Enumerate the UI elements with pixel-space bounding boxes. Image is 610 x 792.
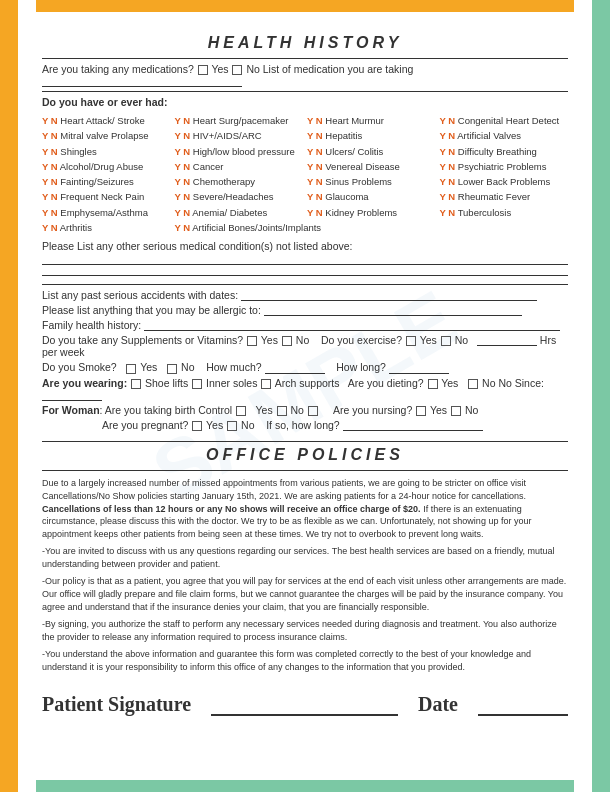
conditions-section: Y N Heart Attack/ Stroke Y N Heart Surg/… [42, 114, 568, 235]
policies-divider-top [42, 441, 568, 442]
inner-soles-checkbox[interactable] [192, 379, 202, 389]
no-pregnant-checkbox[interactable] [227, 421, 237, 431]
bottom-accent-bar [36, 780, 574, 792]
cond-headaches: Y N Severe/Headaches [175, 190, 304, 204]
policies-divider-bottom [42, 470, 568, 471]
cond-neck-pain: Y N Frequent Neck Pain [42, 190, 171, 204]
allergies-row: Please list anything that you may be all… [42, 304, 568, 316]
accidents-row: List any past serious accidents with dat… [42, 289, 568, 301]
pregnant-row: Are you pregnant? Yes No If so, how long… [42, 419, 568, 431]
family-history-field[interactable] [144, 319, 560, 331]
section-title-health: HEALTH HISTORY [42, 34, 568, 52]
cond-anemia: Y N Anemia/ Diabetes [175, 206, 304, 220]
have-had-header: Do you have or ever had: [42, 96, 568, 108]
cond-ulcers: Y N Ulcers/ Colitis [307, 145, 436, 159]
birth-control-checkbox[interactable] [236, 406, 246, 416]
cond-hiv: Y N HIV+/AIDS/ARC [175, 129, 304, 143]
cond-artificial-valves: Y N Artificial Valves [440, 129, 569, 143]
cond-emphysema: Y N Emphysema/Asthma [42, 206, 171, 220]
cond-tuberculosis: Y N Tuberculosis [440, 206, 569, 220]
office-policies-section: OFFICE POLICIES Due to a largely increas… [42, 441, 568, 673]
no-checkbox-supp[interactable] [282, 336, 292, 346]
title-divider [42, 58, 568, 59]
cond-heart-surg: Y N Heart Surg/pacemaker [175, 114, 304, 128]
yes-checkbox-exercise[interactable] [406, 336, 416, 346]
pregnant-how-long-field[interactable] [343, 419, 483, 431]
cond-arthritis: Y N Arthritis [42, 221, 171, 235]
left-accent-bar [0, 0, 18, 792]
no-checkbox-exercise[interactable] [441, 336, 451, 346]
cond-chemo: Y N Chemotherapy [175, 175, 304, 189]
supplements-row: Do you take any Supplements or Vitamins?… [42, 334, 568, 358]
yes-bc-checkbox[interactable] [277, 406, 287, 416]
yes-checkbox-smoke[interactable] [126, 364, 136, 374]
conditions-grid: Y N Heart Attack/ Stroke Y N Heart Surg/… [42, 114, 568, 235]
allergies-field[interactable] [264, 304, 522, 316]
no-checkbox-med[interactable] [232, 65, 242, 75]
cond-heart-attack: Y N Heart Attack/ Stroke [42, 114, 171, 128]
signature-line[interactable] [211, 690, 398, 716]
cond-highlow-bp: Y N High/low blood pressure [175, 145, 304, 159]
office-para3: -Our policy is that as a patient, you ag… [42, 575, 568, 613]
how-much-field[interactable] [265, 362, 325, 374]
cond-psychiatric: Y N Psychiatric Problems [440, 160, 569, 174]
cond-sinus: Y N Sinus Problems [307, 175, 436, 189]
other-conditions-line1[interactable] [42, 264, 568, 265]
arch-checkbox[interactable] [261, 379, 271, 389]
cond-hepatitis: Y N Hepatitis [307, 129, 436, 143]
med-list-field[interactable] [42, 75, 242, 87]
cond-mitral: Y N Mitral valve Prolapse [42, 129, 171, 143]
office-para4: -By signing, you authorize the staff to … [42, 618, 568, 643]
cond-cancer: Y N Cancer [175, 160, 304, 174]
other-conditions-row: Please List any other serious medical co… [42, 240, 568, 276]
cond-shingles: Y N Shingles [42, 145, 171, 159]
yes-pregnant-checkbox[interactable] [192, 421, 202, 431]
patient-signature-label: Patient Signature [42, 693, 191, 716]
cond-heart-murmur: Y N Heart Murmur [307, 114, 436, 128]
cond-alcohol: Y N Alcohol/Drug Abuse [42, 160, 171, 174]
medications-row: Are you taking any medications? Yes No L… [42, 63, 568, 87]
office-para5: -You understand the above information an… [42, 648, 568, 673]
no-checkbox-diet[interactable] [468, 379, 478, 389]
office-para2: -You are invited to discuss with us any … [42, 545, 568, 570]
cond-fainting: Y N Fainting/Seizures [42, 175, 171, 189]
cond-kidney: Y N Kidney Problems [307, 206, 436, 220]
office-para1: Due to a largely increased number of mis… [42, 477, 568, 540]
smoke-row: Do you Smoke? Yes No How much? How long? [42, 361, 568, 373]
shoe-lifts-checkbox[interactable] [131, 379, 141, 389]
top-accent-bar [36, 0, 574, 12]
yes-checkbox-diet[interactable] [428, 379, 438, 389]
conditions-divider [42, 284, 568, 285]
cond-lower-back: Y N Lower Back Problems [440, 175, 569, 189]
cond-congenital: Y N Congenital Heart Detect [440, 114, 569, 128]
no-checkbox-smoke[interactable] [167, 364, 177, 374]
date-label: Date [418, 693, 458, 716]
woman-row: For Woman: Are you taking birth Control … [42, 404, 568, 416]
right-accent-bar [592, 0, 610, 792]
since-field[interactable] [42, 389, 102, 401]
yes-checkbox-med[interactable] [198, 65, 208, 75]
other-conditions-line2[interactable] [42, 275, 568, 276]
wearing-row: Are you wearing: Shoe lifts Inner soles … [42, 377, 568, 401]
signature-section: Patient Signature Date [42, 690, 568, 716]
yes-nursing-checkbox[interactable] [416, 406, 426, 416]
cond-difficulty-breathing: Y N Difficulty Breathing [440, 145, 569, 159]
yes-checkbox-supp[interactable] [247, 336, 257, 346]
how-long-field[interactable] [389, 362, 449, 374]
cond-glaucoma: Y N Glaucoma [307, 190, 436, 204]
med-divider [42, 91, 568, 92]
family-history-row: Family health history: [42, 319, 568, 331]
office-policies-title: OFFICE POLICIES [42, 446, 568, 464]
cond-rheumatic: Y N Rheumatic Fever [440, 190, 569, 204]
accidents-field[interactable] [241, 289, 537, 301]
date-line[interactable] [478, 690, 568, 716]
hrs-field[interactable] [477, 334, 537, 346]
cond-artificial-bones: Y N Artificial Bones/Joints/Implants [175, 221, 569, 235]
no-nursing-checkbox[interactable] [451, 406, 461, 416]
no-bc-checkbox[interactable] [308, 406, 318, 416]
cond-venereal: Y N Venereal Disease [307, 160, 436, 174]
